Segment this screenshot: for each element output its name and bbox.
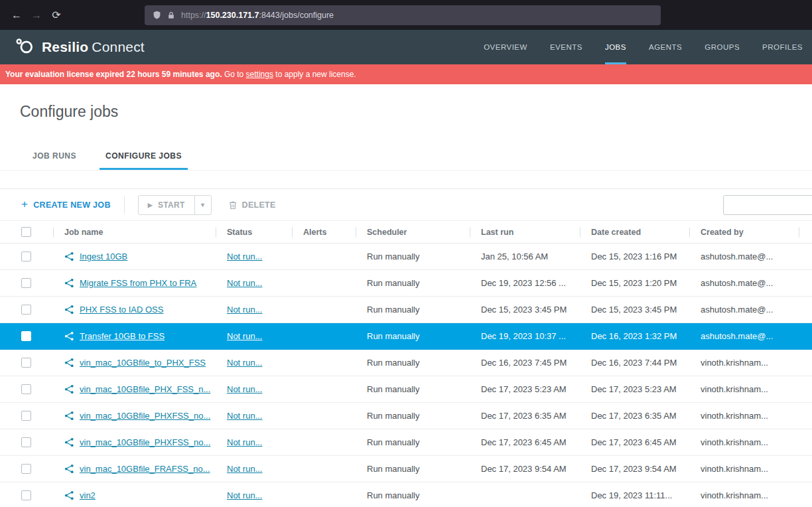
- column-header-alerts[interactable]: Alerts: [292, 221, 356, 243]
- column-header-job-name[interactable]: Job name: [53, 221, 216, 243]
- job-type-icon: [64, 278, 74, 288]
- table-row[interactable]: vin_mac_10GBfile_FRAFSS_no... Not run...…: [0, 456, 812, 482]
- row-checkbox-cell: [0, 252, 53, 261]
- nav-item-groups[interactable]: GROUPS: [705, 30, 740, 64]
- settings-link[interactable]: settings: [246, 70, 273, 79]
- nav-item-jobs[interactable]: JOBS: [605, 30, 626, 64]
- row-checkbox[interactable]: [21, 384, 31, 394]
- license-banner-end: to apply a new license.: [273, 70, 356, 79]
- brand-text: ResilioConnect: [42, 39, 145, 55]
- job-status-link[interactable]: Not run...: [227, 464, 262, 474]
- job-name-cell: vin_mac_10GBfile_PHX_FSS_n...: [53, 384, 216, 394]
- job-name-link[interactable]: vin_mac_10GBfile_PHX_FSS_n...: [80, 384, 210, 394]
- job-scheduler-cell: Run manually: [356, 464, 470, 474]
- start-button[interactable]: ▶ START: [139, 196, 194, 214]
- job-name-link[interactable]: Ingest 10GB: [80, 252, 127, 261]
- tab-job-runs[interactable]: JOB RUNS: [27, 142, 82, 170]
- column-header-created-by[interactable]: Created by: [689, 221, 799, 243]
- table-row[interactable]: vin_mac_10GBfile_to_PHX_FSS Not run... R…: [0, 350, 812, 376]
- table-row[interactable]: Transfer 10GB to FSS Not run... Run manu…: [0, 323, 812, 350]
- nav-item-agents[interactable]: AGENTS: [649, 30, 682, 64]
- start-dropdown-button[interactable]: ▾: [194, 196, 211, 214]
- browser-url-bar[interactable]: https://150.230.171.7:8443/jobs/configur…: [145, 5, 661, 25]
- row-checkbox[interactable]: [21, 278, 31, 288]
- url-scheme: https://: [181, 11, 206, 20]
- job-status-cell: Not run...: [216, 437, 292, 447]
- job-last-run-cell: Dec 17, 2023 6:45 AM: [470, 437, 580, 447]
- create-new-job-label: CREATE NEW JOB: [33, 200, 110, 210]
- job-date-created-cell: Dec 17, 2023 6:45 AM: [580, 437, 689, 447]
- tab-bar: JOB RUNS CONFIGURE JOBS: [0, 142, 812, 171]
- job-name-link[interactable]: vin_mac_10GBfile_PHXFSS_no...: [80, 411, 210, 421]
- job-status-link[interactable]: Not run...: [227, 278, 262, 288]
- job-status-link[interactable]: Not run...: [227, 384, 262, 394]
- table-row[interactable]: Ingest 10GB Not run... Run manually Jan …: [0, 244, 812, 270]
- job-scheduler-cell: Run manually: [356, 411, 470, 421]
- job-name-link[interactable]: vin_mac_10GBfile_FRAFSS_no...: [80, 464, 210, 474]
- job-name-link[interactable]: vin_mac_10GBfile_to_PHX_FSS: [80, 358, 206, 368]
- row-checkbox-cell: [0, 278, 53, 288]
- browser-back-icon[interactable]: ←: [7, 5, 27, 25]
- job-type-icon: [64, 305, 74, 315]
- table-row[interactable]: vin_mac_10GBfile_PHX_FSS_n... Not run...…: [0, 376, 812, 403]
- table-row[interactable]: Migrate FSS from PHX to FRA Not run... R…: [0, 270, 812, 297]
- license-banner: Your evaluation license expired 22 hours…: [0, 64, 812, 84]
- column-header-status[interactable]: Status: [216, 221, 292, 243]
- column-header-last-run[interactable]: Last run: [470, 221, 580, 243]
- job-name-cell: vin_mac_10GBfile_PHXFSS_no...: [53, 437, 216, 447]
- job-scheduler-cell: Run manually: [356, 358, 470, 368]
- row-checkbox[interactable]: [21, 437, 31, 447]
- column-header-date-created[interactable]: Date created: [580, 221, 689, 243]
- row-checkbox[interactable]: [21, 252, 31, 261]
- row-checkbox-cell: [0, 490, 53, 500]
- job-status-link[interactable]: Not run...: [227, 305, 262, 315]
- job-status-link[interactable]: Not run...: [227, 252, 262, 261]
- job-search-input[interactable]: [723, 195, 812, 215]
- url-text: https://150.230.171.7:8443/jobs/configur…: [181, 11, 334, 20]
- select-all-checkbox[interactable]: [21, 227, 31, 237]
- nav-item-overview[interactable]: OVERVIEW: [484, 30, 527, 64]
- table-row[interactable]: vin_mac_10GBfile_PHXFSS_no... Not run...…: [0, 403, 812, 429]
- create-new-job-button[interactable]: + CREATE NEW JOB: [21, 200, 111, 210]
- row-checkbox[interactable]: [21, 305, 31, 315]
- column-header-scheduler[interactable]: Scheduler: [356, 221, 470, 243]
- job-status-cell: Not run...: [216, 278, 292, 288]
- job-name-link[interactable]: PHX FSS to IAD OSS: [80, 305, 163, 315]
- job-status-link[interactable]: Not run...: [227, 490, 262, 500]
- job-name-link[interactable]: vin2: [80, 490, 96, 500]
- delete-label: DELETE: [242, 200, 276, 210]
- app-header: ResilioConnect OVERVIEW EVENTS JOBS AGEN…: [0, 30, 812, 64]
- row-checkbox[interactable]: [21, 331, 31, 341]
- table-row[interactable]: PHX FSS to IAD OSS Not run... Run manual…: [0, 297, 812, 323]
- job-name-link[interactable]: vin_mac_10GBfile_PHXFSS_no...: [80, 437, 210, 447]
- row-checkbox[interactable]: [21, 464, 31, 474]
- job-scheduler-cell: Run manually: [356, 331, 470, 341]
- job-status-link[interactable]: Not run...: [227, 331, 262, 341]
- row-checkbox[interactable]: [21, 490, 31, 500]
- job-date-created-cell: Dec 17, 2023 5:23 AM: [580, 384, 689, 394]
- job-name-link[interactable]: Transfer 10GB to FSS: [80, 331, 165, 341]
- job-status-link[interactable]: Not run...: [227, 358, 262, 368]
- job-status-link[interactable]: Not run...: [227, 411, 262, 421]
- job-name-cell: PHX FSS to IAD OSS: [53, 305, 216, 315]
- job-last-run-cell: Dec 17, 2023 6:35 AM: [470, 411, 580, 421]
- plus-icon: +: [21, 198, 28, 210]
- tab-configure-jobs[interactable]: CONFIGURE JOBS: [100, 142, 188, 170]
- table-row[interactable]: vin2 Not run... Run manually Dec 19, 202…: [0, 482, 812, 507]
- browser-reload-icon[interactable]: ⟳: [46, 5, 66, 25]
- table-row[interactable]: vin_mac_10GBfile_PHXFSS_no... Not run...…: [0, 429, 812, 456]
- nav-item-events[interactable]: EVENTS: [550, 30, 582, 64]
- nav-item-profiles[interactable]: PROFILES: [762, 30, 803, 64]
- delete-button[interactable]: DELETE: [229, 200, 276, 210]
- job-name-link[interactable]: Migrate FSS from PHX to FRA: [80, 278, 196, 288]
- job-scheduler-cell: Run manually: [356, 384, 470, 394]
- job-status-cell: Not run...: [216, 331, 292, 341]
- job-created-by-cell: vinoth.krishnam...: [689, 437, 799, 447]
- row-checkbox-cell: [0, 331, 53, 341]
- job-status-link[interactable]: Not run...: [227, 437, 262, 447]
- browser-forward-icon[interactable]: →: [27, 5, 46, 25]
- job-created-by-cell: vinoth.krishnam...: [689, 384, 799, 394]
- row-checkbox[interactable]: [21, 411, 31, 421]
- row-checkbox[interactable]: [21, 358, 31, 368]
- shield-icon: [153, 11, 161, 19]
